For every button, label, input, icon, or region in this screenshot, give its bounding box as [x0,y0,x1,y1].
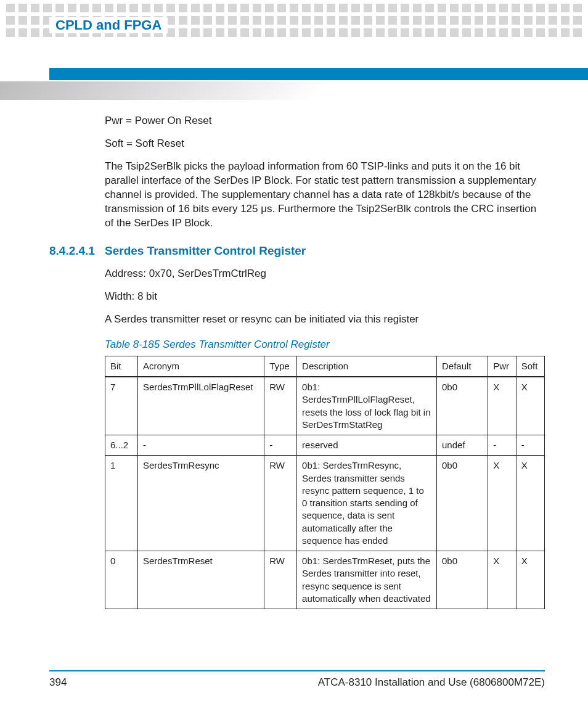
table-header: Bit [105,356,138,377]
table-cell: SerdesTrmPllLolFlagReset [137,377,264,435]
chapter-title: CPLD and FPGA [49,17,168,33]
table-cell: 0 [105,551,138,609]
paragraph: A Serdes transmitter reset or resync can… [105,313,545,327]
page-number: 394 [49,676,67,689]
page-footer: 394 ATCA-8310 Installation and Use (6806… [49,670,545,689]
paragraph: Soft = Soft Reset [105,137,545,151]
section-number: 8.4.2.4.1 [49,243,105,259]
table-header: Soft [516,356,544,377]
table-cell: 7 [105,377,138,435]
table-header: Acronym [137,356,264,377]
section-title: Serdes Transmitter Control Register [105,243,306,259]
doc-title: ATCA-8310 Installation and Use (6806800M… [318,676,545,689]
paragraph: Address: 0x70, SerDesTrmCtrlReg [105,267,545,281]
header-gray-wedge [0,81,588,100]
table-cell: RW [264,377,297,435]
paragraph: Pwr = Power On Reset [105,114,545,128]
register-table: Bit Acronym Type Description Default Pwr… [105,356,545,609]
table-cell: SerdesTrmResync [137,456,264,551]
table-cell: - [264,435,297,456]
paragraph: Width: 8 bit [105,290,545,304]
table-header: Default [437,356,488,377]
table-cell: X [516,377,544,435]
table-cell: - [488,435,516,456]
table-cell: 0b1: SerdesTrmResync, Serdes transmitter… [297,456,437,551]
table-cell: 6...2 [105,435,138,456]
header-blue-bar [49,68,588,80]
table-header: Description [297,356,437,377]
table-row: 1SerdesTrmResyncRW0b1: SerdesTrmResync, … [105,456,545,551]
table-cell: RW [264,551,297,609]
table-cell: - [137,435,264,456]
table-cell: X [516,551,544,609]
table-cell: RW [264,456,297,551]
table-header: Pwr [488,356,516,377]
table-cell: 0b0 [437,551,488,609]
table-row: 6...2--reservedundef-- [105,435,545,456]
table-cell: X [516,456,544,551]
table-header: Type [264,356,297,377]
table-cell: - [516,435,544,456]
table-header-row: Bit Acronym Type Description Default Pwr… [105,356,545,377]
table-cell: SerdesTrmReset [137,551,264,609]
table-cell: reserved [297,435,437,456]
table-caption: Table 8-185 Serdes Transmitter Control R… [105,338,545,352]
paragraph: The Tsip2SerBlk picks the payload inform… [105,160,545,231]
table-row: 7SerdesTrmPllLolFlagResetRW0b1: SerdesTr… [105,377,545,435]
table-cell: undef [437,435,488,456]
page-content: Pwr = Power On Reset Soft = Soft Reset T… [105,114,545,609]
table-row: 0SerdesTrmResetRW0b1: SerdesTrmReset, pu… [105,551,545,609]
table-cell: X [488,456,516,551]
table-cell: 1 [105,456,138,551]
table-cell: 0b0 [437,456,488,551]
table-cell: X [488,377,516,435]
section-heading: 8.4.2.4.1 Serdes Transmitter Control Reg… [49,243,545,259]
table-cell: 0b1: SerdesTrmPllLolFlagReset, resets th… [297,377,437,435]
table-cell: 0b0 [437,377,488,435]
table-cell: X [488,551,516,609]
table-cell: 0b1: SerdesTrmReset, puts the Serdes tra… [297,551,437,609]
